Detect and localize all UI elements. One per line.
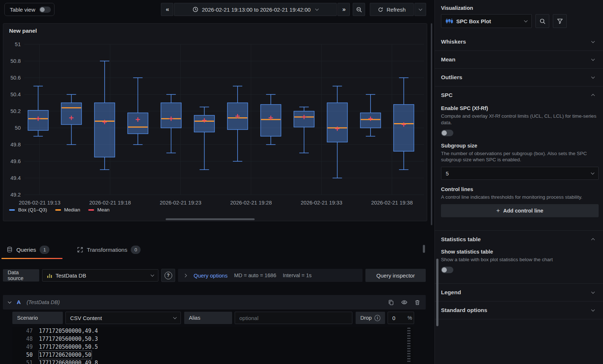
- refresh-icon: [378, 7, 383, 12]
- svg-text:51: 51: [15, 41, 21, 47]
- svg-text:50.2: 50.2: [11, 108, 21, 114]
- clock-icon: [193, 7, 198, 12]
- time-shift-forward-button[interactable]: »: [337, 3, 350, 16]
- trash-icon[interactable]: [414, 299, 420, 306]
- table-view-toggle[interactable]: [39, 7, 51, 13]
- queries-count-badge: 1: [40, 246, 49, 254]
- section-spc[interactable]: SPC: [441, 86, 599, 104]
- visualization-select[interactable]: SPC Box Plot: [441, 14, 532, 28]
- help-button[interactable]: ?: [161, 269, 175, 282]
- section-statistics-table[interactable]: Statistics table: [441, 231, 599, 248]
- csv-line: 481771720560000,50.3: [12, 335, 413, 343]
- section-standard-options[interactable]: Standard options: [441, 302, 599, 319]
- legend-item-median[interactable]: Median: [55, 207, 80, 213]
- double-chevron-right-icon: »: [342, 6, 345, 13]
- boxplot-chart[interactable]: 5150.850.650.450.25049.849.649.449.22026…: [3, 24, 427, 221]
- percent-suffix: %: [406, 315, 416, 321]
- csv-content-editor[interactable]: 471771720500000,49.4 481771720560000,50.…: [12, 327, 413, 364]
- alias-input[interactable]: [235, 315, 352, 321]
- drop-input[interactable]: [388, 315, 406, 321]
- section-title: Outliers: [441, 74, 462, 81]
- legend-swatch-box: [9, 209, 15, 211]
- section-outliers[interactable]: Outliers: [441, 69, 599, 86]
- chevron-up-icon: [591, 238, 595, 242]
- info-icon[interactable]: i: [375, 315, 380, 321]
- scenario-select[interactable]: CSV Content: [65, 312, 181, 324]
- chevron-down-icon: [591, 57, 595, 61]
- legend-item-box[interactable]: Box (Q1–Q3): [9, 207, 47, 213]
- viz-filter-button[interactable]: [553, 14, 567, 28]
- visualization-row: SPC Box Plot: [441, 14, 599, 28]
- angle-right-icon[interactable]: [183, 274, 187, 277]
- zoom-out-button[interactable]: [353, 3, 365, 16]
- section-legend[interactable]: Legend: [441, 284, 599, 301]
- chevron-down-icon: [591, 290, 595, 294]
- svg-text:50: 50: [15, 125, 21, 131]
- time-controls: « 2026-02-21 19:13:00 to 2026-02-21 19:4…: [161, 3, 426, 16]
- svg-text:2026-02-21 19:23: 2026-02-21 19:23: [160, 200, 202, 206]
- datasource-value: TestData DB: [56, 272, 148, 279]
- control-lines-desc: A control line indicates thresholds for …: [441, 194, 598, 201]
- queries-pane-scrollbar[interactable]: [423, 245, 425, 253]
- refresh-dropdown-button[interactable]: [414, 3, 426, 16]
- svg-text:49.8: 49.8: [11, 142, 21, 147]
- transformations-count-badge: 0: [131, 246, 141, 254]
- chevron-down-icon: [151, 273, 154, 277]
- tab-queries-label: Queries: [16, 247, 36, 253]
- line-number: 47: [12, 327, 39, 335]
- svg-text:2026-02-21 19:13: 2026-02-21 19:13: [19, 200, 61, 206]
- svg-text:2026-02-21 19:33: 2026-02-21 19:33: [301, 200, 343, 206]
- csv-scrollbar[interactable]: [407, 328, 410, 363]
- legend-swatch-median: [55, 209, 61, 211]
- tab-queries[interactable]: Queries 1: [7, 246, 49, 254]
- legend-item-mean[interactable]: Mean: [88, 207, 110, 213]
- chart-panel: New panel 5150.850.650.450.25049.849.649…: [3, 23, 427, 221]
- query-inspector-button[interactable]: Query inspector: [365, 269, 426, 282]
- query-options-link[interactable]: Query options: [194, 272, 227, 279]
- collapse-query-chevron[interactable]: [8, 300, 12, 304]
- section-mean[interactable]: Mean: [441, 51, 599, 68]
- refresh-label: Refresh: [387, 7, 406, 13]
- search-icon: [539, 18, 546, 24]
- sidebar-scrollbar[interactable]: [436, 259, 438, 326]
- chevron-down-icon: [591, 308, 595, 311]
- enable-spc-toggle[interactable]: [441, 130, 453, 136]
- time-shift-back-button[interactable]: «: [161, 3, 173, 16]
- subgroup-size-select[interactable]: 5: [441, 167, 599, 180]
- plus-icon: +: [496, 207, 500, 214]
- chevron-down-icon: [524, 19, 528, 23]
- subgroup-size-label: Subgroup size: [441, 143, 599, 149]
- drop-label: Drop i: [356, 312, 385, 324]
- query-row-header[interactable]: A (TestData DB): [3, 295, 426, 310]
- chart-horizontal-scrollbar[interactable]: [166, 218, 255, 220]
- main-scrollbar[interactable]: [431, 23, 432, 225]
- tab-transformations[interactable]: Transformations 0: [77, 246, 141, 254]
- enable-spc-label: Enable SPC (Xf-Rf): [441, 105, 599, 111]
- section-title: Standard options: [441, 307, 487, 314]
- time-range-button[interactable]: 2026-02-21 19:13:00 to 2026-02-21 19:42:…: [174, 3, 337, 16]
- svg-text:2026-02-21 19:38: 2026-02-21 19:38: [371, 200, 413, 206]
- show-statistics-toggle[interactable]: [441, 267, 453, 273]
- query-options-bar: Query options MD = auto = 1686 Interval …: [178, 269, 363, 282]
- tab-transformations-label: Transformations: [87, 247, 127, 253]
- chevron-down-icon: [591, 75, 595, 79]
- add-control-line-button[interactable]: + Add control line: [441, 204, 599, 217]
- divider: [435, 319, 603, 319]
- refresh-button[interactable]: Refresh: [370, 3, 414, 16]
- svg-text:2026-02-21 19:18: 2026-02-21 19:18: [89, 200, 131, 206]
- filter-icon: [557, 18, 563, 24]
- chevron-down-icon: [591, 40, 595, 43]
- svg-text:50.8: 50.8: [11, 58, 21, 64]
- line-text: 1771720500000,49.4: [39, 327, 98, 335]
- table-view-control[interactable]: Table view: [4, 3, 54, 16]
- alias-label: Alias: [184, 312, 232, 324]
- time-range-text: 2026-02-21 19:13:00 to 2026-02-21 19:42:…: [202, 7, 311, 13]
- section-title: Statistics table: [441, 236, 481, 243]
- section-whiskers[interactable]: Whiskers: [441, 33, 599, 50]
- eye-icon[interactable]: [401, 299, 408, 306]
- scenario-row: Scenario CSV Content Alias Drop i %: [12, 312, 414, 324]
- datasource-select[interactable]: TestData DB: [42, 269, 158, 282]
- svg-text:49.2: 49.2: [11, 192, 21, 198]
- viz-search-button[interactable]: [535, 14, 549, 28]
- duplicate-icon[interactable]: [388, 299, 394, 306]
